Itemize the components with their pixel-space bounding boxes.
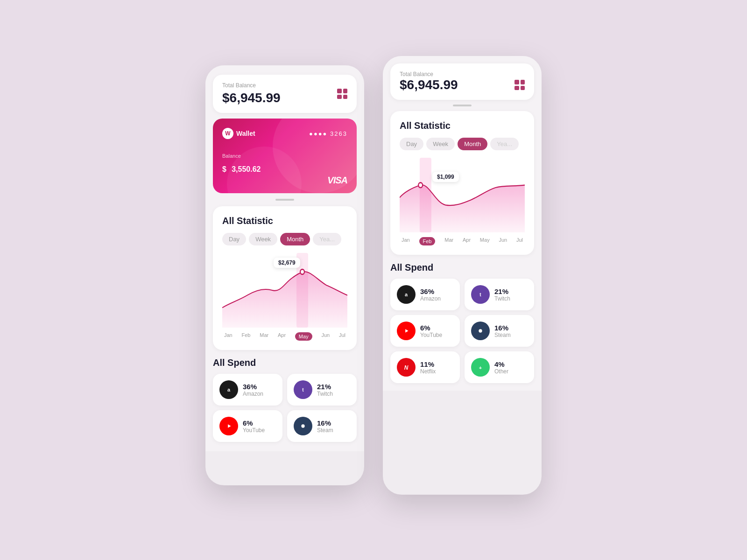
- spend-youtube-right: 6% YouTube: [390, 315, 460, 347]
- month-apr-left: Apr: [278, 332, 286, 341]
- twitch-pct-left: 21%: [317, 383, 333, 391]
- stats-title-left: All Statistic: [222, 216, 347, 226]
- chart-tooltip-right: $1,099: [432, 172, 459, 182]
- balance-amount-right: $6,945.99: [400, 77, 458, 92]
- cc-logo: W Wallet: [222, 128, 255, 139]
- spend-youtube-left: 6% YouTube: [213, 410, 282, 442]
- cc-logo-icon: W: [222, 128, 233, 139]
- tab-month-right[interactable]: Month: [458, 138, 487, 150]
- month-labels-right: Jan Feb Mar Apr May Jun Jul: [400, 237, 525, 245]
- balance-label-left: Total Balance: [222, 82, 281, 89]
- spend-grid-left: a 36% Amazon t 21% Twitch: [213, 374, 357, 442]
- balance-card-left: Total Balance $6,945.99: [213, 75, 357, 113]
- grid-icon-left[interactable]: [337, 89, 347, 99]
- stats-card-left: All Statistic Day Week Month Yea...: [213, 206, 357, 350]
- month-feb-right[interactable]: Feb: [419, 237, 436, 245]
- spend-steam-right: 16% Steam: [465, 315, 534, 347]
- spend-twitch-right: t 21% Twitch: [465, 279, 534, 310]
- steam-icon-left: [294, 417, 312, 435]
- phone-right: Total Balance $6,945.99 All Statistic Da…: [383, 56, 542, 495]
- month-jul-left: Jul: [339, 332, 345, 341]
- period-tabs-right: Day Week Month Yea...: [400, 138, 525, 150]
- tab-day-left[interactable]: Day: [222, 233, 246, 245]
- tab-year-right[interactable]: Yea...: [490, 138, 519, 150]
- grid-icon-right[interactable]: [514, 80, 525, 90]
- balance-label-right: Total Balance: [400, 71, 525, 77]
- chart-left: $2,679: [222, 253, 347, 328]
- scroll-indicator-left: [275, 199, 294, 201]
- youtube-icon-right: [397, 322, 416, 340]
- chart-tooltip-left: $2,679: [274, 258, 300, 268]
- netflix-pct-right: 11%: [420, 360, 436, 368]
- other-name-right: Other: [494, 368, 508, 375]
- tab-day-right[interactable]: Day: [400, 138, 423, 150]
- chart-right: $1,099: [400, 158, 525, 232]
- spend-title-left: All Spend: [213, 357, 357, 368]
- steam-name-right: Steam: [494, 332, 511, 338]
- svg-text:N: N: [404, 364, 409, 371]
- month-jun-left: Jun: [321, 332, 330, 341]
- balance-amount-left: $6,945.99: [222, 91, 281, 105]
- tab-month-left[interactable]: Month: [280, 233, 310, 245]
- svg-point-19: [479, 329, 482, 332]
- steam-pct-left: 16%: [317, 419, 333, 427]
- spend-title-right: All Spend: [390, 262, 534, 273]
- netflix-name-right: Netflix: [420, 368, 436, 375]
- twitch-icon-right: t: [471, 285, 490, 304]
- twitch-name-left: Twitch: [317, 391, 333, 397]
- svg-point-9: [301, 424, 304, 427]
- stats-title-right: All Statistic: [400, 120, 525, 131]
- svg-text:a: a: [405, 292, 408, 297]
- month-feb-left: Feb: [242, 332, 251, 341]
- other-pct-right: 4%: [494, 360, 508, 368]
- month-labels-left: Jan Feb Mar Apr May Jun Jul: [222, 332, 347, 341]
- svg-text:a: a: [227, 387, 231, 392]
- twitch-pct-right: 21%: [494, 287, 510, 295]
- twitch-icon-left: t: [294, 380, 312, 399]
- svg-text:+: +: [479, 365, 482, 371]
- stats-card-right: All Statistic Day Week Month Yea...: [390, 111, 534, 255]
- month-may-left[interactable]: May: [295, 332, 312, 341]
- amazon-name-left: Amazon: [243, 391, 263, 397]
- amazon-pct-right: 36%: [420, 287, 441, 295]
- month-apr-right: Apr: [463, 237, 471, 245]
- scroll-indicator-right: [453, 105, 472, 106]
- other-icon-right: +: [471, 358, 490, 377]
- steam-name-left: Steam: [317, 427, 333, 434]
- spend-other-right: + 4% Other: [465, 351, 534, 383]
- month-mar-right: Mar: [444, 237, 453, 245]
- tab-week-left[interactable]: Week: [249, 233, 277, 245]
- amazon-pct-left: 36%: [243, 383, 263, 391]
- amazon-name-right: Amazon: [420, 295, 441, 302]
- youtube-icon-left: [219, 417, 238, 435]
- spend-amazon-right: a 36% Amazon: [390, 279, 460, 310]
- month-jan-left: Jan: [224, 332, 233, 341]
- steam-icon-right: [471, 322, 490, 340]
- cc-dots: ●●●● 3263: [309, 130, 347, 137]
- month-may-right: May: [480, 237, 490, 245]
- youtube-pct-left: 6%: [243, 419, 265, 427]
- amazon-icon-right: a: [397, 285, 416, 304]
- steam-pct-right: 16%: [494, 324, 511, 332]
- cc-balance-label: Balance: [222, 153, 347, 159]
- balance-card-right: Total Balance $6,945.99: [390, 63, 534, 100]
- cc-brand: Wallet: [236, 130, 255, 137]
- cc-balance-amount: $ 3,550.62: [222, 161, 347, 175]
- month-mar-left: Mar: [260, 332, 268, 341]
- period-tabs-left: Day Week Month Yea...: [222, 233, 347, 245]
- spend-grid-right: a 36% Amazon t 21% Twitch: [390, 279, 534, 383]
- month-jun-right: Jun: [499, 237, 507, 245]
- youtube-name-left: YouTube: [243, 427, 265, 434]
- month-jan-right: Jan: [402, 237, 410, 245]
- tab-week-right[interactable]: Week: [426, 138, 455, 150]
- visa-logo: VISA: [327, 175, 347, 186]
- scene: Total Balance $6,945.99 W Wallet ●●●●: [177, 37, 570, 523]
- amazon-icon-left: a: [219, 380, 238, 399]
- credit-card-left: W Wallet ●●●● 3263 Balance $ 3,550.62 VI…: [213, 119, 357, 193]
- spend-steam-left: 16% Steam: [287, 410, 357, 442]
- youtube-name-right: YouTube: [420, 332, 442, 338]
- tab-year-left[interactable]: Yea...: [313, 233, 341, 245]
- svg-point-11: [418, 182, 423, 188]
- phone-left: Total Balance $6,945.99 W Wallet ●●●●: [205, 65, 364, 485]
- svg-point-1: [300, 269, 304, 274]
